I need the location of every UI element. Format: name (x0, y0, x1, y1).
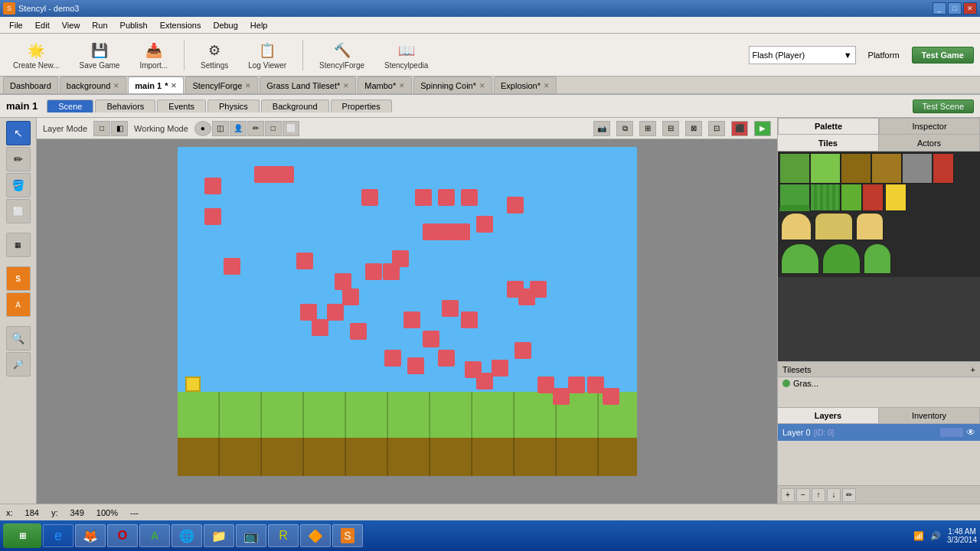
layer-remove-btn[interactable]: − (796, 488, 810, 502)
tab-spinning-coin[interactable]: Spinning Coin* ✕ (413, 77, 492, 93)
tile-red-small[interactable] (862, 184, 884, 211)
menu-debug[interactable]: Debug (207, 19, 243, 31)
layer-mode-btn-1[interactable]: □ (93, 121, 110, 136)
stop-btn[interactable]: ⬛ (731, 121, 748, 136)
tile-green-arch-2[interactable] (822, 243, 861, 274)
tile-brown-2[interactable] (871, 153, 902, 184)
view-btn-2[interactable]: ⊞ (639, 121, 656, 136)
view-btn-1[interactable]: ⧉ (616, 121, 633, 136)
tile-gray-1[interactable] (902, 153, 933, 184)
working-mode-btn-2[interactable]: ◫ (212, 121, 229, 136)
working-mode-btn-1[interactable]: ● (194, 121, 211, 136)
import-button[interactable]: 📥 Import... (132, 36, 175, 73)
tab-actors[interactable]: Actors (879, 135, 980, 151)
taskbar-stencyl[interactable]: S (332, 524, 363, 547)
layer-add-btn[interactable]: + (781, 488, 795, 502)
maximize-button[interactable]: □ (948, 2, 962, 15)
tile-yellow-1[interactable] (885, 184, 906, 211)
tab-grassland-close[interactable]: ✕ (343, 82, 349, 90)
tab-stencylforge-close[interactable]: ✕ (245, 82, 251, 90)
tile-wave-2[interactable] (810, 184, 841, 211)
layer-down-btn[interactable]: ↓ (827, 488, 841, 502)
taskbar-opera[interactable]: O (107, 524, 138, 547)
taskbar-explorer[interactable]: 📁 (204, 524, 234, 547)
tab-mambo[interactable]: Mambo* ✕ (358, 77, 412, 93)
tile-arch-3[interactable] (856, 213, 884, 240)
tab-stencylforge[interactable]: StencylForge ✕ (185, 77, 258, 93)
tab-mambo-close[interactable]: ✕ (399, 82, 405, 90)
settings-button[interactable]: ⚙ Settings (194, 36, 235, 73)
eraser-tool[interactable]: ⬜ (6, 199, 31, 223)
layer-visibility-icon[interactable]: 👁 (966, 427, 975, 438)
tab-explosion[interactable]: Explosion* ✕ (494, 77, 557, 93)
scene-tab-behaviors[interactable]: Behaviors (95, 99, 155, 112)
view-btn-4[interactable]: ⊠ (685, 121, 702, 136)
menu-run[interactable]: Run (86, 19, 113, 31)
create-new-button[interactable]: 🌟 Create New... (6, 36, 67, 73)
menu-file[interactable]: File (3, 19, 29, 31)
grid-tool[interactable]: ▦ (6, 233, 31, 257)
working-mode-btn-5[interactable]: □ (265, 121, 282, 136)
zoom-out-tool[interactable]: 🔎 (6, 352, 31, 377)
tile-arch-1[interactable] (781, 213, 812, 240)
tile-arch-2[interactable] (815, 213, 853, 240)
taskbar-vlc[interactable]: 🔶 (300, 524, 331, 547)
tab-background[interactable]: background ✕ (60, 77, 127, 93)
tile-brown-1[interactable] (841, 153, 871, 184)
tab-inspector[interactable]: Inspector (879, 118, 980, 134)
fill-tool[interactable]: 🪣 (6, 173, 31, 197)
taskbar-firefox[interactable]: 🦊 (75, 524, 106, 547)
stencylpedia-button[interactable]: 📖 Stencylpedia (377, 36, 435, 73)
tab-main1[interactable]: main 1 * ✕ (128, 77, 184, 93)
working-mode-btn-3[interactable]: 👤 (230, 121, 247, 136)
scene-tab-background[interactable]: Background (261, 99, 329, 112)
tile-green-arch-3[interactable] (864, 243, 891, 274)
stencylforge-button[interactable]: 🔨 StencylForge (312, 36, 371, 73)
tab-inventory[interactable]: Inventory (879, 408, 980, 423)
layer-up-btn[interactable]: ↑ (812, 488, 825, 502)
menu-help[interactable]: Help (244, 19, 274, 31)
tab-dashboard[interactable]: Dashboard (3, 77, 58, 93)
scene-tab-physics[interactable]: Physics (207, 99, 260, 112)
tile-green-solid[interactable] (841, 184, 862, 211)
tile-red-1[interactable] (933, 153, 954, 184)
camera-btn[interactable]: 📷 (593, 121, 610, 136)
layer-edit-btn[interactable]: ✏ (842, 488, 856, 502)
taskbar-chrome[interactable]: 🌐 (172, 524, 202, 547)
layer-0[interactable]: Layer 0 [ID: 0] 👁 (778, 424, 980, 441)
working-mode-btn-4[interactable]: ✏ (247, 121, 264, 136)
tile-green-2[interactable] (810, 153, 841, 184)
menu-publish[interactable]: Publish (114, 19, 154, 31)
tab-spinning-coin-close[interactable]: ✕ (479, 82, 485, 90)
menu-edit[interactable]: Edit (29, 19, 56, 31)
layer-mode-btn-2[interactable]: ◧ (111, 121, 128, 136)
canvas-container[interactable] (37, 139, 777, 504)
test-game-button[interactable]: Test Game (912, 47, 974, 64)
taskbar-tv[interactable]: 📺 (236, 524, 266, 547)
save-game-button[interactable]: 💾 Save Game (73, 36, 127, 73)
start-button[interactable]: ⊞ (3, 523, 41, 548)
tab-tiles[interactable]: Tiles (778, 135, 879, 151)
play-btn[interactable]: ▶ (754, 121, 771, 136)
view-btn-3[interactable]: ⊟ (662, 121, 679, 136)
close-button[interactable]: ✕ (963, 2, 977, 15)
working-mode-btn-6[interactable]: ⬜ (283, 121, 299, 136)
menu-extensions[interactable]: Extensions (154, 19, 207, 31)
tab-background-close[interactable]: ✕ (113, 82, 119, 90)
tile-palette[interactable] (778, 152, 980, 361)
pencil-tool[interactable]: ✏ (6, 147, 31, 171)
test-scene-button[interactable]: Test Scene (913, 99, 974, 113)
tab-grassland[interactable]: Grass Land Tileset* ✕ (260, 77, 356, 93)
tileset-grassland[interactable]: Gras... (778, 377, 980, 390)
taskbar-avira[interactable]: A (139, 524, 170, 547)
tile-wave-1[interactable] (779, 184, 810, 211)
taskbar-ie[interactable]: e (43, 524, 74, 547)
tilesets-add-icon[interactable]: + (971, 365, 975, 374)
scene-tab-events[interactable]: Events (157, 99, 206, 112)
tab-palette[interactable]: Palette (778, 118, 879, 134)
scene-tab-properties[interactable]: Properties (331, 99, 392, 112)
view-btn-5[interactable]: ⊡ (708, 121, 725, 136)
tab-explosion-close[interactable]: ✕ (544, 82, 550, 90)
taskbar-rosetta[interactable]: R (268, 524, 299, 547)
flash-selector[interactable]: Flash (Player) ▼ (749, 46, 856, 64)
